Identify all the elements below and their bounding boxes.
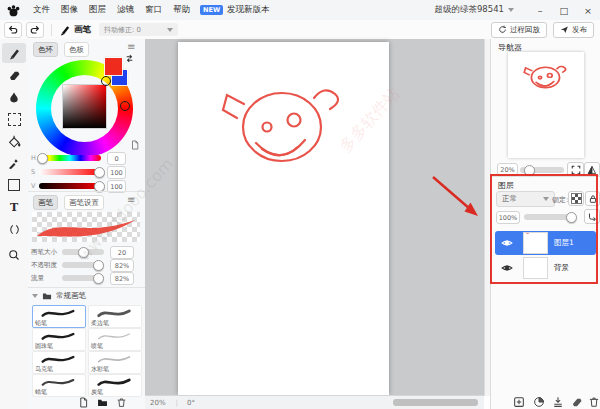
fit-screen-button[interactable] bbox=[567, 162, 584, 177]
brush-opacity-value[interactable]: 82% bbox=[110, 259, 134, 272]
clipping-mask-button[interactable] bbox=[584, 209, 600, 224]
hue-knob[interactable] bbox=[37, 153, 48, 164]
menu-layer[interactable]: 图层 bbox=[89, 4, 106, 16]
layer-opacity-value[interactable]: 100% bbox=[496, 211, 520, 224]
tool-zoom[interactable] bbox=[2, 245, 26, 265]
redo-button[interactable] bbox=[26, 22, 44, 38]
value-track[interactable] bbox=[39, 183, 101, 189]
copy-color-icon[interactable] bbox=[130, 140, 140, 150]
menu-window[interactable]: 窗口 bbox=[145, 4, 162, 16]
brush-item-watercolor[interactable]: 水彩笔 bbox=[88, 351, 142, 374]
tab-brush-settings[interactable]: 画笔设置 bbox=[64, 195, 104, 210]
hue-selector[interactable] bbox=[120, 101, 130, 111]
saturation-track[interactable] bbox=[39, 169, 101, 175]
brush-size-knob[interactable] bbox=[78, 247, 89, 258]
maximize-button[interactable]: □ bbox=[552, 0, 576, 20]
layer-opacity-track[interactable] bbox=[524, 214, 574, 220]
canvas-zoom-level[interactable]: 20% bbox=[150, 399, 166, 407]
tool-fill-bucket[interactable] bbox=[2, 131, 26, 151]
tab-color-swatches[interactable]: 色板 bbox=[64, 42, 89, 57]
layer-lock-button[interactable] bbox=[585, 191, 600, 206]
brush-panel-menu-icon[interactable]: ≡ bbox=[127, 196, 135, 204]
eye-icon[interactable] bbox=[501, 237, 513, 249]
brush-opacity-knob[interactable] bbox=[93, 260, 104, 271]
menu-image[interactable]: 图像 bbox=[61, 4, 78, 16]
color-panel-menu-icon[interactable]: ≡ bbox=[127, 43, 135, 51]
saturation-value[interactable]: 100 bbox=[107, 166, 126, 179]
process-replay-button[interactable]: 过程回放 bbox=[491, 22, 547, 38]
delete-brush-icon[interactable] bbox=[116, 397, 127, 408]
delete-layer-icon[interactable] bbox=[588, 396, 600, 408]
brush-item-airbrush[interactable]: 喷笔 bbox=[88, 328, 142, 351]
tool-smudge[interactable] bbox=[2, 87, 26, 107]
brush-opacity-track[interactable] bbox=[62, 262, 104, 268]
user-account-menu[interactable]: 超级的绿茶98541 bbox=[434, 4, 514, 16]
new-version-link[interactable]: 发现新版本 bbox=[227, 4, 270, 16]
horizontal-scrollbar[interactable] bbox=[393, 399, 478, 406]
new-brush-icon[interactable] bbox=[78, 397, 89, 408]
layer-blend-icon[interactable] bbox=[533, 396, 545, 408]
brush-item-charcoal[interactable]: 炭笔 bbox=[88, 374, 142, 397]
layer-row-layer1[interactable]: 图层1 bbox=[495, 231, 596, 255]
brush-flow-value[interactable]: 82% bbox=[110, 272, 134, 285]
close-button[interactable]: × bbox=[576, 0, 600, 20]
brush-item-marker[interactable]: 马克笔 bbox=[32, 351, 86, 374]
tool-eyedropper[interactable] bbox=[2, 153, 26, 173]
add-layer-icon[interactable] bbox=[513, 396, 525, 408]
replay-label: 过程回放 bbox=[510, 25, 540, 35]
brush-flow-knob[interactable] bbox=[93, 273, 104, 284]
eye-icon[interactable] bbox=[501, 262, 513, 274]
tool-eraser[interactable] bbox=[2, 65, 26, 85]
publish-button[interactable]: 发布 bbox=[553, 22, 594, 38]
canvas-rotation[interactable]: 0° bbox=[187, 399, 195, 407]
marquee-icon bbox=[8, 113, 21, 126]
brush-item-pencil[interactable]: 铅笔 bbox=[32, 305, 86, 328]
brush-folder-icon[interactable] bbox=[97, 397, 108, 408]
brush-size-value[interactable]: 20 bbox=[110, 246, 134, 259]
swap-colors-icon[interactable] bbox=[125, 54, 134, 63]
brush-flow-row: 流量 82% bbox=[28, 272, 145, 284]
alpha-lock-button[interactable] bbox=[568, 191, 584, 206]
tool-liquify[interactable] bbox=[2, 219, 26, 239]
flip-canvas-button[interactable] bbox=[584, 162, 600, 177]
saturation-knob[interactable] bbox=[94, 167, 105, 178]
flip-icon bbox=[587, 165, 597, 175]
tab-color-wheel[interactable]: 色环 bbox=[33, 42, 58, 57]
stabilizer-dropdown[interactable]: 抖动修正: 0 bbox=[99, 23, 178, 36]
foreground-color-swatch[interactable] bbox=[105, 58, 122, 75]
brush-group-header[interactable]: 常规画笔 bbox=[32, 291, 86, 301]
brush-stroke-icon bbox=[35, 307, 81, 319]
undo-button[interactable] bbox=[4, 22, 22, 38]
brush-stroke-icon bbox=[35, 376, 81, 388]
layer-opacity-knob[interactable] bbox=[566, 212, 577, 223]
tool-brush[interactable] bbox=[2, 43, 26, 63]
brush-flow-track[interactable] bbox=[62, 275, 104, 281]
layer-row-background[interactable]: 背景 bbox=[495, 256, 596, 280]
minimize-button[interactable]: – bbox=[528, 0, 552, 20]
hue-track[interactable] bbox=[39, 155, 101, 161]
sv-selector[interactable] bbox=[101, 76, 111, 86]
menu-file[interactable]: 文件 bbox=[33, 4, 50, 16]
menu-help[interactable]: 帮助 bbox=[173, 4, 190, 16]
clear-layer-icon[interactable] bbox=[571, 396, 583, 408]
tool-marquee-select[interactable] bbox=[2, 109, 26, 129]
chevron-down-icon bbox=[32, 294, 38, 298]
navigator-zoom-knob[interactable] bbox=[524, 165, 535, 176]
brush-item-crayon[interactable]: 蜡笔 bbox=[32, 374, 86, 397]
merge-down-icon[interactable] bbox=[552, 396, 564, 408]
tool-shape[interactable] bbox=[2, 175, 26, 195]
drawing-canvas[interactable] bbox=[178, 42, 389, 395]
tool-text[interactable]: T bbox=[2, 197, 26, 217]
hue-value[interactable]: 0 bbox=[107, 152, 126, 165]
brush-size-track[interactable] bbox=[62, 249, 104, 255]
brush-item-ballpoint[interactable]: 圆珠笔 bbox=[32, 328, 86, 351]
navigator-zoom-track[interactable] bbox=[520, 167, 564, 173]
tab-brush[interactable]: 画笔 bbox=[33, 195, 58, 210]
navigator-thumbnail[interactable] bbox=[508, 52, 584, 158]
navigator-zoom-value[interactable]: 20% bbox=[497, 163, 518, 176]
menu-filter[interactable]: 滤镜 bbox=[117, 4, 134, 16]
brush-item-softedge[interactable]: 柔边笔 bbox=[88, 305, 142, 328]
blend-mode-dropdown[interactable]: 正常 bbox=[496, 191, 555, 207]
saturation-value-square[interactable] bbox=[63, 85, 106, 128]
brush-size-label: 画笔大小 bbox=[31, 248, 57, 257]
